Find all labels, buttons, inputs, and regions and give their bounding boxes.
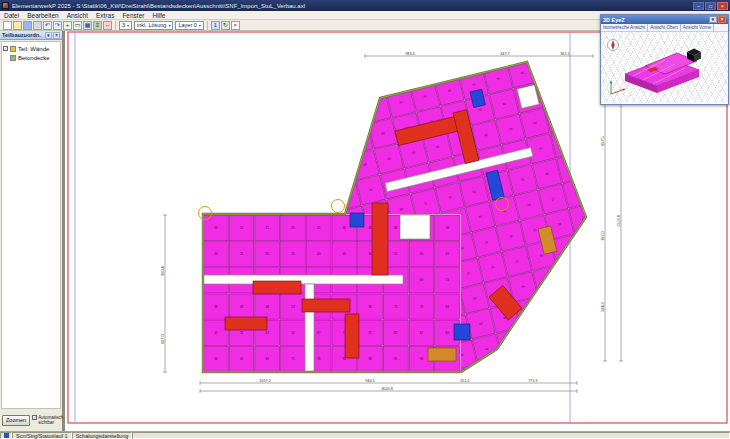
menu-ansicht[interactable]: Ansicht [63, 11, 92, 20]
solution-number-value: 3 [122, 22, 125, 28]
tab-top-view[interactable]: Ansicht Oben [648, 24, 681, 32]
tree-item-betondecke[interactable]: Betondecke [10, 53, 59, 62]
menu-fenster[interactable]: Fenster [118, 11, 148, 20]
svg-text:92: 92 [563, 140, 568, 145]
menu-hilfe[interactable]: Hilfe [148, 11, 169, 20]
svg-text:30: 30 [266, 252, 270, 256]
svg-text:36: 36 [441, 63, 446, 68]
svg-text:75: 75 [593, 53, 598, 58]
panel-collapse-button[interactable]: ▾ [45, 32, 52, 39]
3d-viewport-window: 3D EyeZ ▾ × Isometrische Ansicht Ansicht… [600, 14, 729, 105]
svg-text:91: 91 [394, 357, 398, 361]
svg-text:46: 46 [654, 198, 659, 203]
close-button[interactable]: × [717, 2, 728, 10]
svg-text:78: 78 [420, 305, 424, 309]
tree-item-teil-waende[interactable]: ✓ Teil: Wände [3, 44, 59, 53]
3d-scene[interactable] [601, 32, 728, 103]
building-3d [625, 49, 701, 94]
svg-text:82: 82 [679, 299, 684, 304]
menu-bearbeiten[interactable]: Bearbeiten [23, 11, 62, 20]
3d-window-title: 3D EyeZ [603, 17, 708, 23]
svg-text:96: 96 [420, 357, 424, 361]
toolbar-icon-group-right: 1↻× [211, 21, 240, 30]
menu-extras[interactable]: Extras [92, 11, 118, 20]
svg-text:51: 51 [514, 45, 519, 50]
auto-visible-option[interactable]: ✓ Automatisch sichtbar [32, 415, 63, 425]
panel-title: Teilbauzuordn. [2, 32, 44, 38]
toolbar-separator [115, 21, 116, 30]
svg-text:70: 70 [569, 59, 574, 64]
svg-text:59: 59 [642, 255, 647, 260]
zoom-button[interactable]: Zoomen [2, 415, 30, 426]
svg-text:657.5: 657.5 [601, 136, 605, 146]
svg-text:73: 73 [394, 305, 398, 309]
tab-front-view[interactable]: Ansicht Vorne [681, 24, 714, 32]
measure-icon[interactable]: ↔ [103, 21, 112, 30]
3d-close-button[interactable]: × [718, 16, 726, 23]
svg-text:3020.8: 3020.8 [381, 387, 393, 391]
svg-text:1523.8: 1523.8 [617, 215, 621, 227]
grid-icon[interactable]: ▦ [83, 21, 92, 30]
minimize-button[interactable]: – [693, 2, 704, 10]
layers-icon[interactable]: ≡ [93, 21, 102, 30]
open-icon[interactable] [13, 21, 22, 30]
application-window: ElementarwerkP 2025 - S:\Statik\06_KW\Dr… [0, 0, 730, 439]
svg-text:31: 31 [317, 226, 321, 230]
undo-icon[interactable]: ↶ [43, 21, 52, 30]
svg-text:14: 14 [612, 128, 617, 133]
svg-text:46: 46 [490, 51, 495, 56]
svg-text:40: 40 [317, 252, 321, 256]
maximize-button[interactable]: □ [705, 2, 716, 10]
zoom-fit-icon[interactable]: ▭ [73, 21, 82, 30]
svg-text:48: 48 [266, 305, 270, 309]
tab-isometric-view[interactable]: Isometrische Ansicht [601, 24, 648, 32]
svg-text:504.3: 504.3 [601, 302, 605, 312]
svg-text:45: 45 [612, 235, 617, 240]
svg-text:34: 34 [356, 137, 361, 142]
svg-text:97: 97 [587, 134, 592, 139]
solution-mode-combo[interactable]: inkl. Lösung ▾ [134, 21, 173, 30]
svg-text:607.0: 607.0 [161, 334, 165, 344]
delete-icon[interactable]: × [231, 21, 240, 30]
svg-text:63: 63 [624, 286, 629, 291]
3d-view-tabs: Isometrische Ansicht Ansicht Oben Ansich… [601, 24, 728, 32]
svg-text:28: 28 [642, 148, 647, 153]
svg-text:83: 83 [557, 115, 562, 120]
svg-text:41: 41 [368, 226, 372, 230]
svg-text:50: 50 [636, 229, 641, 234]
menu-datei[interactable]: Datei [0, 11, 23, 20]
new-icon[interactable] [3, 21, 12, 30]
svg-text:39: 39 [545, 278, 550, 283]
layer-combo[interactable]: Layer 0 ▾ [175, 21, 203, 30]
checkbox-checked[interactable]: ✓ [3, 46, 8, 51]
svg-text:29: 29 [332, 143, 337, 148]
chevron-down-icon: ▾ [199, 23, 201, 28]
svg-text:43: 43 [240, 305, 244, 309]
svg-text:16: 16 [344, 87, 349, 92]
svg-text:76: 76 [612, 342, 617, 347]
svg-text:92: 92 [445, 331, 449, 335]
walls-icon [10, 46, 16, 52]
svg-text:18: 18 [594, 160, 599, 165]
refresh-icon[interactable]: ↻ [221, 21, 230, 30]
svg-text:73: 73 [673, 274, 678, 279]
svg-text:771.9: 771.9 [528, 379, 538, 383]
svg-text:53: 53 [576, 298, 581, 303]
print-icon[interactable] [33, 21, 42, 30]
svg-text:60: 60 [420, 252, 424, 256]
redo-icon[interactable]: ↷ [53, 21, 62, 30]
svg-text:66: 66 [266, 357, 270, 361]
3d-pin-button[interactable]: ▾ [709, 16, 717, 23]
svg-text:82: 82 [394, 331, 398, 335]
page-one-icon[interactable]: 1 [211, 21, 220, 30]
svg-text:983.4: 983.4 [405, 52, 415, 56]
save-icon[interactable] [23, 21, 32, 30]
solution-number-combo[interactable]: 3 ▾ [119, 21, 132, 30]
svg-text:79: 79 [575, 84, 580, 89]
panel-close-button[interactable]: × [53, 32, 60, 39]
auto-visible-checkbox[interactable]: ✓ [32, 415, 37, 420]
title-bar: ElementarwerkP 2025 - S:\Statik\06_KW\Dr… [0, 0, 730, 11]
svg-text:55: 55 [394, 252, 398, 256]
svg-text:23: 23 [618, 154, 623, 159]
zoom-in-icon[interactable]: + [63, 21, 72, 30]
